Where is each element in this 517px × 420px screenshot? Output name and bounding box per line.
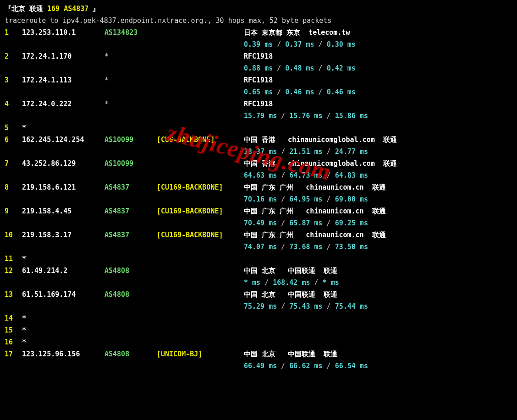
hop-asn: * bbox=[104, 50, 157, 62]
hop-rtt: 75.29 ms bbox=[244, 302, 277, 311]
hop-rtt: 75.43 ms bbox=[289, 302, 322, 311]
hop-row: 1361.51.169.174AS4808中国 北京 中国联通 联通 bbox=[5, 289, 512, 300]
hop-number: 15 bbox=[5, 324, 22, 336]
hop-rtt-row: 74.07 ms / 73.68 ms / 73.50 ms bbox=[5, 241, 512, 253]
hop-ip: * bbox=[22, 312, 104, 324]
hop-rtt: 70.16 ms bbox=[244, 195, 277, 203]
hop-location: 中国 香港 chinaunicomglobal.com 联通 bbox=[244, 159, 397, 168]
rtt-separator: / bbox=[273, 88, 285, 96]
rtt-separator: / bbox=[277, 112, 289, 120]
hop-rtt: 0.39 ms bbox=[244, 40, 273, 49]
hop-row: 8219.158.6.121AS4837[CU169-BACKBONE]中国 广… bbox=[5, 181, 512, 193]
hop-asn: * bbox=[104, 74, 157, 86]
hop-row: 3172.24.1.113*RFC1918 bbox=[5, 74, 512, 86]
hop-backbone-tag: [CU169-BACKBONE] bbox=[157, 229, 244, 241]
hop-ip: 43.252.86.129 bbox=[22, 158, 104, 169]
hop-rtt: 73.68 ms bbox=[289, 243, 322, 251]
hop-rtt: 0.37 ms bbox=[285, 40, 314, 49]
hop-ip: 123.125.96.156 bbox=[22, 348, 104, 360]
rtt-separator: / bbox=[323, 195, 335, 203]
hop-row: 11* bbox=[5, 253, 512, 265]
hop-rtt: 73.50 ms bbox=[335, 243, 368, 251]
hop-ip: 61.49.214.2 bbox=[22, 265, 104, 277]
hop-row: 9219.158.4.45AS4837[CU169-BACKBONE]中国 广东… bbox=[5, 205, 512, 217]
hop-rtt: 74.07 ms bbox=[244, 243, 277, 251]
hop-ip: * bbox=[22, 336, 104, 348]
hop-row: 6162.245.124.254AS10099[CUG-BACKBONE]中国 … bbox=[5, 134, 512, 146]
hop-number: 6 bbox=[5, 134, 22, 146]
hop-ip: 123.253.110.1 bbox=[22, 27, 104, 38]
hop-ip: * bbox=[22, 122, 104, 134]
rtt-separator: / bbox=[277, 195, 289, 203]
hop-rtt: 66.54 ms bbox=[335, 362, 368, 370]
hop-rtt: 75.44 ms bbox=[335, 302, 368, 311]
rtt-separator: / bbox=[277, 302, 289, 311]
hop-asn: AS10099 bbox=[104, 134, 157, 146]
rtt-separator: / bbox=[314, 64, 327, 72]
rtt-separator: / bbox=[323, 243, 335, 251]
hop-rtt: 18.37 ms bbox=[244, 147, 277, 156]
hop-location: RFC1918 bbox=[244, 76, 273, 84]
hop-ip: 172.24.0.222 bbox=[22, 98, 104, 110]
hop-rtt: 65.87 ms bbox=[289, 219, 322, 227]
hop-number: 17 bbox=[5, 348, 22, 360]
hop-asn: AS10099 bbox=[104, 158, 157, 169]
rtt-separator: / bbox=[277, 362, 289, 370]
hop-row: 17123.125.96.156AS4808[UNICOM-BJ]中国 北京 中… bbox=[5, 348, 512, 360]
hop-rtt: 0.46 ms bbox=[285, 88, 314, 96]
rtt-separator: / bbox=[314, 88, 327, 96]
hop-ip: 172.24.1.113 bbox=[22, 74, 104, 86]
hop-rtt: 0.30 ms bbox=[327, 40, 356, 49]
hop-backbone-tag: [CUG-BACKBONE] bbox=[157, 134, 244, 146]
route-title: 『北京 联通 169 AS4837 』 bbox=[5, 3, 512, 15]
hop-rtt-row: 66.49 ms / 66.62 ms / 66.54 ms bbox=[5, 360, 512, 372]
hop-location: 中国 北京 中国联通 联通 bbox=[244, 267, 337, 275]
traceroute-cmd: traceroute to ipv4.pek-4837.endpoint.nxt… bbox=[5, 15, 512, 27]
hop-location: 中国 北京 中国联通 联通 bbox=[244, 290, 337, 299]
rtt-separator: / bbox=[323, 362, 335, 370]
hop-asn: AS4837 bbox=[104, 229, 157, 241]
hop-rtt: 64.95 ms bbox=[289, 195, 322, 203]
hop-ip: * bbox=[22, 324, 104, 336]
hop-rtt-row: * ms / 168.42 ms / * ms bbox=[5, 277, 512, 289]
hop-location: 日本 東京都 东京 telecom.tw bbox=[244, 28, 350, 37]
hop-rtt-row: 15.79 ms / 15.76 ms / 15.86 ms bbox=[5, 110, 512, 122]
hop-row: 15* bbox=[5, 324, 512, 336]
rtt-separator: / bbox=[277, 147, 289, 156]
hop-rtt-row: 0.88 ms / 0.48 ms / 0.42 ms bbox=[5, 62, 512, 74]
hop-number: 16 bbox=[5, 336, 22, 348]
hop-number: 10 bbox=[5, 229, 22, 241]
hop-location: 中国 广东 广州 chinaunicom.cn 联通 bbox=[244, 231, 386, 239]
hop-rtt: 64.73 ms bbox=[289, 171, 322, 180]
hop-row: 5* bbox=[5, 122, 512, 134]
hop-ip: 61.51.169.174 bbox=[22, 289, 104, 300]
hop-ip: 172.24.1.170 bbox=[22, 50, 104, 62]
hop-location: RFC1918 bbox=[244, 100, 273, 108]
hop-row: 1123.253.110.1AS134823日本 東京都 东京 telecom.… bbox=[5, 27, 512, 38]
hop-rtt: 15.86 ms bbox=[335, 112, 368, 120]
hop-rtt: 0.65 ms bbox=[244, 88, 273, 96]
hop-asn: AS4808 bbox=[104, 289, 157, 300]
hop-number: 1 bbox=[5, 27, 22, 38]
hop-ip: 219.158.6.121 bbox=[22, 181, 104, 193]
hop-location: 中国 广东 广州 chinaunicom.cn 联通 bbox=[244, 183, 386, 191]
hop-number: 4 bbox=[5, 98, 22, 110]
hop-asn: AS4808 bbox=[104, 348, 157, 360]
rtt-separator: / bbox=[323, 302, 335, 311]
rtt-separator: / bbox=[323, 147, 335, 156]
hop-rtt: 69.00 ms bbox=[335, 195, 368, 203]
terminal-output: 『北京 联通 169 AS4837 』 traceroute to ipv4.p… bbox=[5, 3, 512, 372]
hop-rtt: 24.77 ms bbox=[335, 147, 368, 156]
hop-asn: AS4837 bbox=[104, 205, 157, 217]
hop-number: 3 bbox=[5, 74, 22, 86]
hop-location: 中国 广东 广州 chinaunicom.cn 联通 bbox=[244, 207, 386, 215]
hop-backbone-tag: [CU169-BACKBONE] bbox=[157, 181, 244, 193]
hop-location: 中国 香港 chinaunicomglobal.com 联通 bbox=[244, 136, 397, 144]
hop-ip: 219.158.4.45 bbox=[22, 205, 104, 217]
hop-rtt-row: 64.63 ms / 64.73 ms / 64.83 ms bbox=[5, 169, 512, 181]
rtt-separator: / bbox=[323, 171, 335, 180]
rtt-separator: / bbox=[314, 40, 327, 49]
rtt-separator: / bbox=[273, 64, 285, 72]
rtt-separator: / bbox=[277, 219, 289, 227]
hop-asn: AS134823 bbox=[104, 27, 157, 38]
